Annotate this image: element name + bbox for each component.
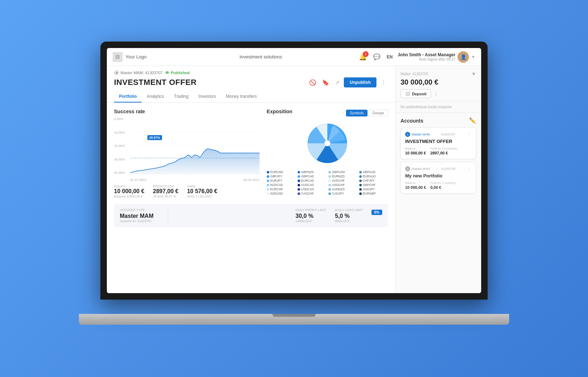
legend-eurnzd: EURNZD [328,175,357,178]
chevron-down-icon: ▼ [471,54,475,59]
share-icon[interactable]: ↗ [333,78,341,87]
account-more-icon-2[interactable]: ⋮ [466,166,471,172]
user-info: John Smith - Asset Manager Auto logout a… [398,52,455,61]
legend-nzdusd: NZDUSD [267,192,295,195]
visibility-off-icon[interactable]: 🚫 [308,78,318,87]
accounts-header: Accounts ✏️ [400,117,476,124]
laptop-base [79,314,509,325]
legend-eurchf: EURCHF [267,187,295,191]
legend-eurusd: EURUSD [267,170,295,174]
unpublish-button[interactable]: Unpublish [344,77,376,87]
legend-gbpjpy: GBPJPY [267,175,295,178]
account-id-text: Account ID: 41303707 [120,219,153,223]
account-more-icon-1[interactable]: ⋮ [466,132,471,137]
master-mam-icon-1: S [405,132,410,137]
success-rate-chart: Success rate 40.00% 30.00% 20.00% 10.00%… [114,109,260,198]
legend-gbpcad: GBPCAD [298,175,326,178]
logo-text: Your Logo [125,54,147,59]
account-stats-2: Balance 10 000,00 € Profit for 1 month(s… [405,181,471,190]
daily-loss-label: Daily Loss Limit [335,208,362,212]
account-card-secondary: S Master MAM 41303708 ⋮ My new Portfolio… [400,162,476,194]
loss-badge: 0% [371,210,382,215]
wallet-actions: ⬜ Deposit ⋮ [400,89,476,98]
laptop-screen: 🖼 Your Logo Investment solutions 🔔 3 💬 E… [107,48,481,293]
wallet-more-icon[interactable]: ⋮ [433,90,439,97]
page-title: INVESTMENT OFFER [114,78,196,87]
eye-icon: 👁 [165,71,169,75]
stat-profit-loss: Profit/Loss 2897,00 € All time 28,97 % [153,185,179,198]
legend-eurcad: EURCAD [298,179,326,182]
groups-button[interactable]: Groups [368,110,388,116]
chart-badge: 28.97% [147,135,162,140]
tab-trading[interactable]: Trading [169,91,193,102]
symbols-button[interactable]: Symbols [346,110,368,116]
legend-eurgbp: EURGBP [359,192,388,195]
account-profit-1: Profit for 24 month(s) 2897,00 € [430,147,457,155]
legend-gbpchf: GBPCHF [359,183,388,187]
legend-cadchf: CADCHF [298,192,326,195]
main-area: ⚙ Master MAM: 41303707 👁 Published INVES… [107,66,481,293]
bookmark-icon[interactable]: 🔖 [321,78,331,87]
collapse-icon[interactable]: ▼ [471,71,476,77]
exposition-chart: Exposition Symbols Groups [267,109,388,198]
tab-analytics[interactable]: Analytics [142,91,169,102]
exposition-title: Exposition [267,109,293,114]
message-icon[interactable]: 💬 [372,52,382,62]
account-balance-2: Balance 10 000,00 € [405,181,426,190]
logo-area: 🖼 Your Logo [113,52,163,62]
daily-profit-block: Daily Profit Limit 30,0 % 13000,00 € [295,208,326,223]
account-type-badge-1: S Master MAM [405,132,430,137]
tab-portfolio[interactable]: Portfolio [114,91,142,102]
legend-audjpy: AUDJPY [359,187,388,191]
user-sub: Auto logout after 09:27 [398,57,455,61]
daily-profit-value: 30,0 % [295,213,326,219]
top-nav: 🖼 Your Logo Investment solutions 🔔 3 💬 E… [107,48,481,66]
user-menu[interactable]: John Smith - Asset Manager Auto logout a… [398,51,475,63]
account-stats-1: Balance 10 000,00 € Profit for 24 month(… [405,147,471,155]
account-name-2: My new Portfolio [405,173,471,178]
exposition-buttons: Symbols Groups [346,110,388,116]
legend-gbpaud: GBPAUD [359,170,388,174]
success-rate-title: Success rate [114,109,260,114]
tab-investors[interactable]: Investors [194,91,221,102]
charts-area: Success rate 40.00% 30.00% 20.00% 10.00%… [107,103,395,204]
laptop-wrapper: 🖼 Your Logo Investment solutions 🔔 3 💬 E… [79,42,509,335]
account-info-bar: Account type Master MAM Account ID: 4130… [114,204,388,227]
daily-loss-value: 5,0 % [335,213,362,219]
legend-usdcad: USDCAD [298,187,326,191]
stat-equity: Equity 10 000,00 € Balance 10000,00 € [114,185,144,198]
exposition-header: Exposition Symbols Groups [267,109,388,117]
legend-nzdcad: NZDCAD [267,183,295,187]
legend-gbpnzd: GBPNZD [298,170,326,174]
account-type-block: Account type Master MAM Account ID: 4130… [120,208,153,223]
chart-stats: Equity 10 000,00 € Balance 10000,00 € Pr… [114,185,260,198]
more-options-icon[interactable]: ⋮ [379,78,388,87]
master-mam-icon-2: S [405,166,410,171]
daily-loss-block: Daily Loss Limit 5,0 % 9500,00 € [335,208,362,223]
logo-icon: 🖼 [113,52,123,62]
legend-chfjpy: CHFJPY [359,179,388,182]
offer-tabs: Portfolio Analytics Trading Investors Mo… [114,91,388,102]
account-id-2: 41303708 [441,167,455,171]
legend-eurjpy: EURJPY [267,179,295,182]
notification-bell[interactable]: 🔔 3 [359,53,367,61]
account-card-1-header: S Master MAM 41303707 ⋮ [405,132,471,137]
divider [168,209,168,223]
language-selector[interactable]: EN [387,54,393,59]
deposit-button[interactable]: ⬜ Deposit [400,89,431,98]
notification-badge: 3 [363,51,369,57]
wallet-balance: 30 000,00 € [400,78,476,86]
account-card-primary: S Master MAM 41303707 ⋮ INVESTMENT OFFER… [400,128,476,159]
breadcrumb-master: ⚙ Master MAM: 41303707 [114,70,162,75]
user-avatar: 👤 [457,51,469,63]
line-chart: 40.00% 30.00% 20.00% 10.00% 0.00% [114,117,260,182]
currency-legend: EURUSD GBPNZD GBPUSD GBPAUD GBPJPY GBPCA… [267,170,388,195]
limits-section: Daily Profit Limit 30,0 % 13000,00 € Dai… [295,208,382,223]
breadcrumb: ⚙ Master MAM: 41303707 👁 Published [114,70,388,75]
right-panel: Wallet: 41303705 ▼ 30 000,00 € ⬜ Deposit… [395,66,481,293]
no-requests-text: No add/withdraw funds requests [395,101,481,113]
edit-icon[interactable]: ✏️ [469,117,476,124]
legend-cadjpy: CADJPY [328,192,357,195]
tab-money-transfers[interactable]: Money transfers [221,91,262,102]
account-type-value: Master MAM [120,213,153,219]
